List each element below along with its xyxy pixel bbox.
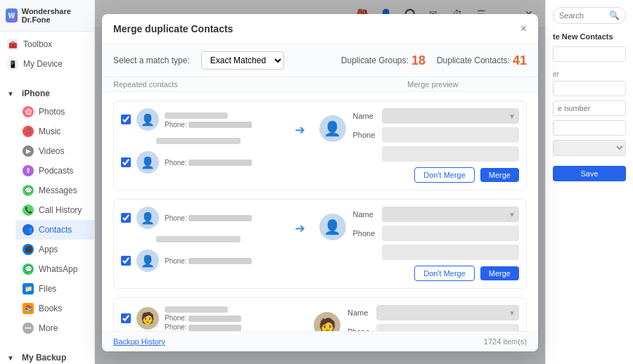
contacts-icon: 👥 <box>23 224 34 235</box>
column-headers: Repeated contacts Merge preview <box>102 77 538 92</box>
sidebar-section-main: 🧰 Toolbox 📱 My Device <box>0 32 94 77</box>
arrow-2: ➜ <box>288 207 312 236</box>
phone-value-blur-3a <box>376 324 519 331</box>
new-contact-name-input[interactable] <box>553 46 626 62</box>
sidebar-item-photos[interactable]: 🌸 Photos <box>15 102 94 122</box>
phone-value-blur-2a <box>382 226 520 241</box>
contacts-left-2: 👤 Phone: 👤 <box>121 207 288 278</box>
contact-info-1a: Phone: <box>165 111 288 129</box>
avatar-3a: 🧑 <box>136 307 159 330</box>
whatsapp-icon: 💬 <box>23 264 34 275</box>
checkbox-3a[interactable] <box>121 313 131 323</box>
sidebar-item-music[interactable]: 🎵 Music <box>15 122 94 141</box>
merge-button-2[interactable]: Merge <box>480 266 519 280</box>
contact-info-1c: Phone: <box>165 159 288 167</box>
sidebar-item-iphone[interactable]: ▼ iPhone <box>0 85 94 102</box>
contact-group-1: 👤 Phone: 👤 <box>113 100 527 190</box>
merge-preview-1: Name ▼ Phone <box>353 108 520 183</box>
contact-row-2b <box>121 235 288 244</box>
merged-avatar-2: 👤 <box>319 214 346 240</box>
contact-row-1c: 👤 Phone: <box>121 151 288 174</box>
contact-phone-3a2: Phone: <box>165 323 293 331</box>
search-input[interactable] <box>559 11 606 20</box>
videos-icon: ▶ <box>23 145 34 157</box>
sidebar-item-mybackup[interactable]: ▼ My Backup <box>0 349 94 364</box>
col-repeated: Repeated contacts <box>113 80 339 89</box>
sidebar-item-more[interactable]: ••• More <box>15 318 94 338</box>
new-contact-er-input[interactable] <box>553 81 626 96</box>
modal-close-button[interactable]: × <box>520 22 527 35</box>
sidebar-item-books[interactable]: 📚 Books <box>15 299 94 318</box>
contact-group-2-columns: 👤 Phone: 👤 <box>121 207 519 281</box>
contact-row-1a: 👤 Phone: <box>121 108 288 131</box>
avatar-2a: 👤 <box>136 207 159 229</box>
dont-merge-button-2[interactable]: Don't Merge <box>414 266 475 281</box>
sidebar-label-podcasts: Podcasts <box>39 166 73 176</box>
name-label-1: Name <box>353 112 378 120</box>
sidebar-label-whatsapp: WhatsApp <box>39 264 77 274</box>
right-panel: 🔍 te New Contacts er Save <box>545 0 633 364</box>
merge-avatar-2: 👤 <box>312 207 353 240</box>
avatar-2c: 👤 <box>136 249 159 272</box>
more-icon: ••• <box>23 323 34 334</box>
checkbox-2a[interactable] <box>121 213 131 223</box>
new-contact-extra-input[interactable] <box>553 120 626 136</box>
merge-button-1[interactable]: Merge <box>480 168 519 182</box>
music-icon: 🎵 <box>23 126 34 137</box>
contacts-left-3: 🧑 Phone: Phone: <box>121 305 293 331</box>
sidebar-item-apps[interactable]: ⬛ Apps <box>15 240 94 259</box>
dup-groups-label: Duplicate Groups: <box>341 56 409 65</box>
merge-avatar-3: 🧑 <box>307 305 347 331</box>
sidebar-item-videos[interactable]: ▶ Videos <box>15 141 94 161</box>
sidebar-label-photos: Photos <box>39 107 65 117</box>
modal-toolbar: Select a match type: Exact Matched Dupli… <box>102 44 538 77</box>
sidebar-item-whatsapp[interactable]: 💬 WhatsApp <box>15 259 94 279</box>
sidebar-item-files[interactable]: 📁 Files <box>15 279 94 299</box>
match-type-select[interactable]: Exact Matched <box>201 51 284 70</box>
col-preview: Merge preview <box>339 80 527 89</box>
modal-header: Merge duplicate Contacts × <box>102 14 538 44</box>
dup-contacts: Duplicate Contacts: 41 <box>437 53 527 68</box>
sidebar-label-toolbox: Toolbox <box>23 39 52 49</box>
new-contact-select[interactable] <box>553 140 626 156</box>
checkbox-2c[interactable] <box>121 256 131 266</box>
merge-phone-field-1b <box>353 146 520 162</box>
contact-phone-1a: Phone: <box>165 121 288 129</box>
checkbox-1c[interactable] <box>121 157 131 167</box>
backup-history-link[interactable]: Backup History <box>113 337 165 346</box>
search-bar[interactable]: 🔍 <box>553 7 626 24</box>
sidebar-item-toolbox[interactable]: 🧰 Toolbox <box>0 34 94 54</box>
sidebar-item-callhistory[interactable]: 📞 Call History <box>15 200 94 220</box>
sidebar-item-messages[interactable]: 💬 Messages <box>15 181 94 200</box>
sidebar-label-mydevice: My Device <box>23 59 63 69</box>
contact-row-2c: 👤 Phone: <box>121 249 288 272</box>
sidebar-label-iphone: iPhone <box>22 89 50 98</box>
save-button[interactable]: Save <box>553 166 626 181</box>
name-value-blur-1: ▼ <box>382 108 520 124</box>
merge-name-field-3: Name ▼ <box>347 305 519 320</box>
sidebar-label-files: Files <box>39 284 56 294</box>
sub-name-1b <box>156 138 241 144</box>
contact-info-3a: Phone: Phone: <box>165 305 293 331</box>
merge-phone-field-3a: Phone <box>347 324 519 331</box>
chevron-iphone: ▼ <box>7 90 14 98</box>
new-contact-number-input[interactable] <box>553 100 626 116</box>
app-title: Wondershare Dr.Fone <box>22 7 89 24</box>
sidebar-item-mydevice[interactable]: 📱 My Device <box>0 54 94 74</box>
apps-icon: ⬛ <box>23 244 34 255</box>
sidebar: W Wondershare Dr.Fone 🧰 Toolbox 📱 My Dev… <box>0 0 95 364</box>
item-count: 1724 item(s) <box>484 337 527 346</box>
checkbox-1a[interactable] <box>121 115 131 124</box>
dont-merge-button-1[interactable]: Don't Merge <box>414 167 475 183</box>
sidebar-item-podcasts[interactable]: 🎙 Podcasts <box>15 161 94 181</box>
contact-phone-1c: Phone: <box>165 159 288 167</box>
dup-contacts-count: 41 <box>513 53 527 68</box>
app-header: W Wondershare Dr.Fone <box>0 0 94 32</box>
sidebar-label-contacts: Contacts <box>39 225 72 235</box>
modal-overlay: Merge duplicate Contacts × Select a matc… <box>95 0 545 364</box>
contact-phone-3a: Phone: <box>165 314 293 322</box>
sidebar-label-apps: Apps <box>39 245 58 254</box>
er-label: er <box>553 70 626 78</box>
messages-icon: 💬 <box>23 185 34 196</box>
sidebar-item-contacts[interactable]: 👥 Contacts <box>15 220 94 240</box>
